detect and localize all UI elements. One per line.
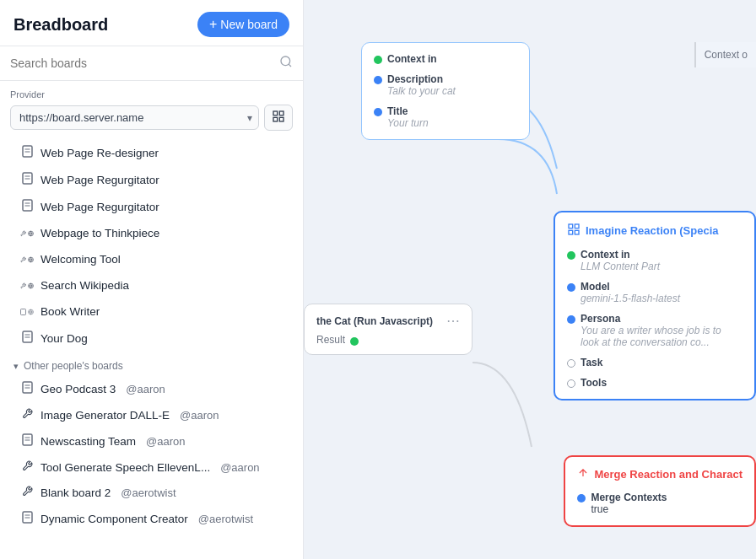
board-name: Image Generator DALL-E <box>40 409 170 422</box>
board-name: Web Page Re-designer <box>40 147 159 159</box>
field-label: Persona <box>580 313 742 325</box>
other-board-item[interactable]: Newscasting Team @aaron <box>0 427 303 454</box>
field-value: Your turn <box>387 117 429 129</box>
blue-dot <box>577 494 586 503</box>
gray-dot <box>567 359 575 368</box>
blue-dot <box>374 108 382 116</box>
svg-rect-36 <box>569 224 573 228</box>
provider-row: https://board.server.name ▾ <box>10 105 293 131</box>
field-value: LLM Content Part <box>580 261 660 272</box>
field-label: Task <box>580 357 602 368</box>
doc-icon <box>20 199 34 214</box>
green-dot <box>567 251 575 260</box>
svg-rect-37 <box>575 224 579 228</box>
board-name: Welcoming Tool <box>40 253 121 266</box>
board-name: Book Writer <box>40 305 100 318</box>
new-board-button[interactable]: + New board <box>197 12 289 37</box>
field-label: Description <box>387 73 456 85</box>
other-boards-label: Other people's boards <box>24 360 123 372</box>
board-item[interactable]: Webpage to Thinkpiece <box>0 220 303 246</box>
sidebar: Breadboard + New board Provider https://… <box>0 0 304 559</box>
merge-title: Merge Reaction and Charact <box>594 468 742 481</box>
tool-globe-icon <box>20 281 34 291</box>
board-author: @aaron <box>126 383 165 395</box>
board-name: Your Dog <box>40 332 88 345</box>
merge-contexts-row: Merge Contexts true <box>577 492 742 515</box>
svg-rect-2 <box>273 111 278 116</box>
provider-select[interactable]: https://board.server.name <box>10 105 259 130</box>
provider-select-wrap: https://board.server.name ▾ <box>10 105 259 130</box>
board-item[interactable]: Your Dog <box>0 325 303 352</box>
other-board-item[interactable]: Geo Podcast 3 @aaron <box>0 375 303 402</box>
title-row: Title Your turn <box>374 105 517 129</box>
tool-icon <box>20 486 34 499</box>
svg-rect-38 <box>575 230 579 234</box>
js-node-title: the Cat (Run Javascript) <box>316 315 433 327</box>
js-node-more-button[interactable]: ⋯ <box>446 313 460 329</box>
sidebar-header: Breadboard + New board <box>0 0 303 46</box>
svg-rect-4 <box>279 117 284 121</box>
svg-rect-3 <box>279 111 284 116</box>
plus-icon: + <box>209 18 217 31</box>
task-row: Task <box>567 357 742 368</box>
tool-icon <box>20 408 34 422</box>
field-value: true <box>591 503 667 515</box>
tool-globe-icon <box>20 255 34 265</box>
persona-row: Persona You are a writer whose job is to… <box>567 313 742 348</box>
svg-point-0 <box>281 56 290 66</box>
tools-row: Tools <box>567 377 742 389</box>
field-label: Context in <box>387 53 437 65</box>
imagine-header: Imagine Reaction (Specia <box>567 223 742 239</box>
board-author: @aaron <box>180 409 219 422</box>
doc-icon <box>20 511 34 526</box>
board-item[interactable]: Web Page Regurgitator <box>0 193 303 220</box>
board-name: Geo Podcast 3 <box>40 383 116 395</box>
board-author: @aaron <box>146 435 185 448</box>
field-label: Merge Contexts <box>591 492 667 503</box>
other-board-item[interactable]: Tool Generate Speech EllevenL... @aaron <box>0 454 303 480</box>
blue-dot <box>567 283 575 292</box>
merge-header: Merge Reaction and Charact <box>577 467 742 481</box>
svg-rect-5 <box>273 117 278 121</box>
green-dot <box>374 56 382 64</box>
merge-icon <box>577 467 589 481</box>
board-item[interactable]: Web Page Regurgitator <box>0 166 303 193</box>
doc-icon <box>20 331 34 346</box>
search-icon <box>279 55 293 72</box>
model-row: Model gemini-1.5-flash-latest <box>567 281 742 304</box>
board-author: @aaron <box>220 461 259 474</box>
board-name: Tool Generate Speech EllevenL... <box>40 461 210 474</box>
other-board-item[interactable]: Image Generator DALL-E @aaron <box>0 402 303 427</box>
board-item[interactable]: Welcoming Tool <box>0 246 303 272</box>
special-icon <box>567 223 580 239</box>
other-board-item[interactable]: Dynamic Component Creator @aerotwist <box>0 505 303 532</box>
context-in-row: Context in <box>374 53 517 65</box>
board-name: Blank board 2 <box>40 486 111 499</box>
other-board-item[interactable]: Blank board 2 @aerotwist <box>0 480 303 505</box>
new-board-label: New board <box>220 18 278 31</box>
provider-external-button[interactable] <box>264 105 293 131</box>
svg-line-1 <box>289 64 291 67</box>
field-value: Talk to your cat <box>387 85 456 97</box>
board-item[interactable]: Web Page Re-designer <box>0 139 303 166</box>
board-item[interactable]: Book Writer <box>0 298 303 325</box>
board-author: @aerotwist <box>198 513 253 525</box>
search-input[interactable] <box>10 56 273 70</box>
board-name: Dynamic Component Creator <box>40 513 188 525</box>
field-label: Context in <box>580 249 660 261</box>
doc-icon <box>20 381 34 396</box>
board-name: Webpage to Thinkpiece <box>40 227 159 239</box>
imagine-reaction-node: Imagine Reaction (Specia Context in LLM … <box>554 211 756 400</box>
description-row: Description Talk to your cat <box>374 73 517 97</box>
doc-globe-icon <box>20 307 34 317</box>
board-author: @aerotwist <box>121 486 176 499</box>
result-dot <box>350 337 359 346</box>
board-item[interactable]: Search Wikipedia <box>0 272 303 298</box>
context-card: Context in Description Talk to your cat … <box>361 42 530 140</box>
other-boards-section-header[interactable]: ▾ Other people's boards <box>0 352 303 375</box>
context-in-row: Context in LLM Content Part <box>567 249 742 272</box>
imagine-title: Imagine Reaction (Specia <box>586 224 719 237</box>
svg-rect-21 <box>21 309 26 314</box>
field-label: Title <box>387 105 429 117</box>
boards-list: Web Page Re-designer Web Page Regurgitat… <box>0 136 303 559</box>
